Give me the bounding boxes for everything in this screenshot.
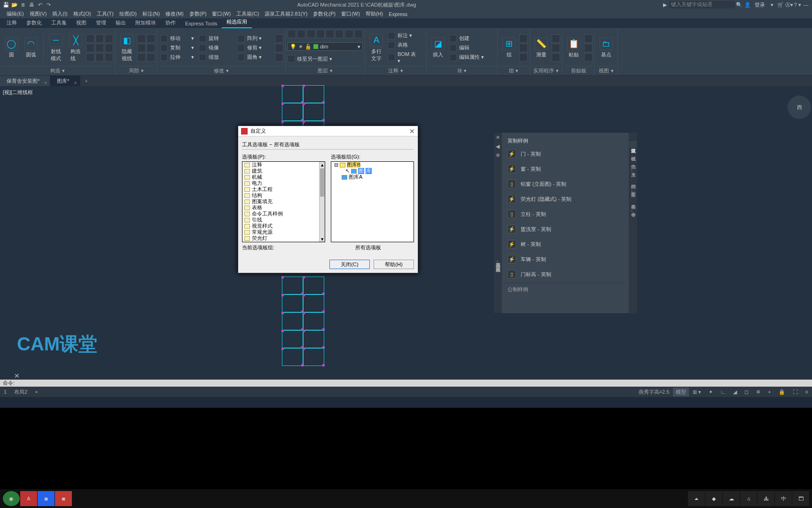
status-snap-icon[interactable]: ✦ (705, 388, 717, 396)
vtab[interactable]: 注释 (629, 133, 637, 141)
detail-small-buttons[interactable] (137, 34, 155, 62)
palette-item[interactable]: ⚡荧光灯 (隐藏式) - 英制 (504, 191, 627, 206)
palette-item[interactable]: ▯立柱 - 英制 (504, 206, 627, 222)
arc-button[interactable]: ◠圆弧 (22, 36, 40, 59)
ribtab-1[interactable]: 参数化 (22, 17, 47, 28)
copy-button[interactable]: 复制▾ (159, 44, 197, 52)
palette-item[interactable]: ⚡车辆 - 英制 (504, 252, 627, 267)
redo-icon[interactable]: ↷ (44, 1, 53, 8)
status-gear-icon[interactable]: ✲ (752, 388, 764, 396)
user-icon[interactable]: 👤 (743, 1, 752, 8)
table-button[interactable]: 表格 (387, 41, 424, 49)
ribtab-6[interactable]: 附加模块 (131, 17, 161, 28)
menu-dim[interactable]: 标注(N) (140, 10, 163, 17)
ribtab-4[interactable]: 管理 (91, 17, 111, 28)
ribtab-7[interactable]: 协作 (161, 17, 180, 28)
panel-title[interactable]: 实用程序 ▾ (532, 66, 560, 75)
close-button[interactable]: 关闭(C) (329, 260, 370, 269)
save-icon[interactable]: 💾 (2, 1, 10, 8)
menu-yq[interactable]: 源泉工具箱2.81(Y) (262, 10, 310, 17)
search-input[interactable]: 键入关键字或短语 (669, 1, 735, 8)
close-icon[interactable]: ✕ (409, 127, 415, 135)
mirror-button[interactable]: 镜像 (198, 44, 235, 52)
bom-button[interactable]: BOM 表 ▾ (387, 50, 424, 64)
rotate-button[interactable]: 旋转 (198, 34, 235, 43)
status-grid-icon[interactable]: ⊞ ▾ (689, 388, 705, 396)
vtab[interactable]: 电力 (629, 157, 637, 165)
dim-button[interactable]: 标注 ▾ (387, 32, 424, 40)
file-tab-0[interactable]: 保育舍安装图*× (0, 76, 50, 86)
layout-tab[interactable]: 1 (0, 388, 10, 396)
tray-icon[interactable]: 🖧 (757, 491, 774, 506)
login-label[interactable]: 登录 (752, 1, 768, 8)
ribtab-5[interactable]: 输出 (111, 17, 131, 28)
ribtab-2[interactable]: 工具集 (47, 17, 71, 28)
palette-item[interactable]: ⚡树 - 英制 (504, 237, 627, 252)
edit-block-button[interactable]: 编辑 (448, 44, 486, 52)
layer-misc[interactable] (288, 55, 295, 63)
tray-icon[interactable]: ♫ (740, 491, 757, 506)
a360-icon[interactable]: Ⓐ▾ (785, 1, 793, 8)
menu-tools[interactable]: 工具(T) (94, 10, 117, 17)
menu-draw[interactable]: 绘图(D) (117, 10, 140, 17)
status-scale-icon[interactable]: ⛶ (789, 388, 802, 396)
menu-param2[interactable]: 参数化(P) (310, 10, 338, 17)
move-button[interactable]: 移动▾ (159, 34, 197, 43)
menu-express[interactable]: Express (386, 11, 410, 17)
panel-title[interactable]: 局部 ▾ (117, 66, 155, 75)
hide-button[interactable]: ◧隐藏 视线 (117, 33, 136, 63)
command-line[interactable]: 命令: (0, 380, 812, 387)
vtab[interactable]: 结构 (629, 176, 637, 184)
vtab[interactable]: 土木... (629, 165, 637, 176)
panel-title[interactable]: 构造 ▾ (2, 66, 113, 75)
panel-title[interactable]: 图层 ▾ (288, 66, 363, 75)
paste-button[interactable]: 📋粘贴 (564, 36, 583, 59)
vtab[interactable]: 表格 (629, 197, 637, 205)
viewcube[interactable]: 西 (788, 95, 811, 119)
ribtab-8[interactable]: Express Tools (180, 19, 222, 28)
panel-title[interactable]: 组 ▾ (500, 66, 528, 75)
status-plus-icon[interactable]: + (764, 388, 774, 396)
palette-item[interactable]: ⚡窗 - 英制 (504, 161, 627, 176)
vtab[interactable]: 命令... (629, 205, 637, 216)
palette-listbox[interactable]: 注释 建筑 机械 电力 土木工程 结构 图案填充 表格 命令工具样例 引线 视觉… (242, 161, 325, 242)
app-icon[interactable]: ◙ (38, 491, 55, 506)
open-icon[interactable]: 📂 (10, 1, 19, 8)
stretch-button[interactable]: 拉伸▾ (159, 53, 197, 62)
ray-button[interactable]: ─射线 模式 (47, 33, 65, 63)
menu-insert[interactable]: 插入(I) (49, 10, 70, 17)
circle-button[interactable]: ◯圆 (2, 36, 21, 59)
ribtab-0[interactable]: 注释 (2, 17, 22, 28)
menu-window2[interactable]: 窗口(W) (338, 10, 363, 17)
tray-icon[interactable]: 🗔 (792, 491, 809, 506)
vtab[interactable]: 机械 (629, 149, 637, 157)
menu-format[interactable]: 格式(O) (70, 10, 94, 17)
tray-icon[interactable]: ⏶ (688, 491, 705, 506)
status-menu-icon[interactable]: ≡ (802, 388, 812, 396)
palette-pin-icon[interactable]: ◀ (496, 143, 500, 150)
print-icon[interactable]: 🖶 (27, 1, 36, 8)
palette-menu-icon[interactable]: ✲ (496, 152, 500, 159)
help-icon[interactable]: ? ▾ (793, 1, 802, 8)
palette-item[interactable]: ▯门标高 - 英制 (504, 267, 627, 282)
palette-item[interactable]: ⚡盥洗室 - 英制 (504, 222, 627, 237)
app-icon[interactable]: ◙ (55, 491, 72, 506)
status-ortho-icon[interactable]: ∟ (717, 388, 729, 396)
status-lock-icon[interactable]: 🔒 (775, 388, 789, 396)
app-autocad-icon[interactable]: A (20, 491, 37, 506)
tray-icon[interactable]: ☁ (723, 491, 740, 506)
ribtab-3[interactable]: 视图 (71, 17, 91, 28)
status-model[interactable]: 模型 (673, 388, 689, 397)
vtab[interactable]: 图案... (629, 184, 637, 196)
menu-edit[interactable]: 编辑(E) (4, 10, 27, 17)
move-to-layer-button[interactable]: 移至另一图层 ▾ (297, 56, 332, 63)
construct-small-buttons[interactable] (86, 34, 113, 62)
xline-button[interactable]: ╳构造 线 (66, 33, 85, 63)
cart-icon[interactable]: ▾ (768, 1, 776, 8)
vtab[interactable]: 建筑 (629, 141, 637, 149)
add-layout-button[interactable]: + (31, 388, 41, 396)
panel-title[interactable]: 剪贴板 (564, 66, 593, 75)
group-treeview[interactable]: ⊟图库B ↖图库 图库A (331, 161, 414, 242)
tray-ime-icon[interactable]: 中 (775, 491, 792, 506)
modify-extra[interactable] (275, 34, 283, 62)
